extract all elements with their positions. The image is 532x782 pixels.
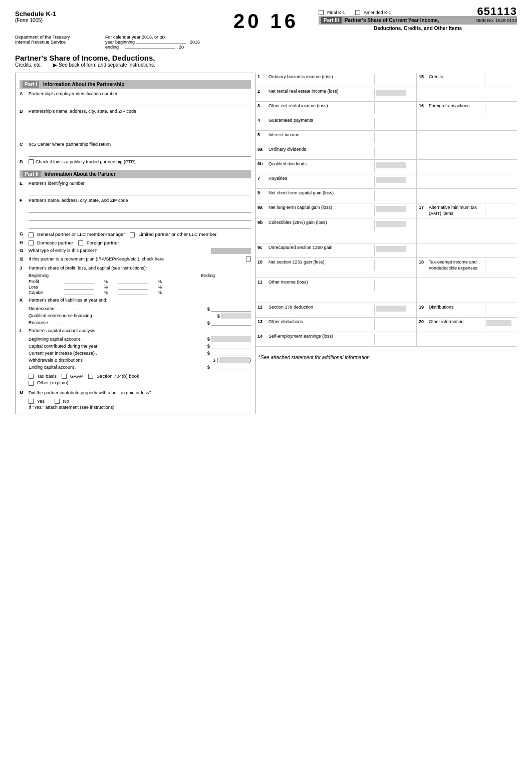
recourse-input[interactable] xyxy=(211,320,251,326)
recourse-text: Recourse xyxy=(29,320,48,325)
loss-begin-pct: % xyxy=(104,285,108,290)
ending-capital-input[interactable] xyxy=(211,364,251,370)
rhs-col3-val-9a[interactable] xyxy=(485,205,515,216)
ending-input[interactable] xyxy=(125,48,175,49)
row-h-domestic-label: Domestic partner xyxy=(37,240,73,245)
rhs-row-val-11[interactable] xyxy=(374,280,414,291)
profit-begin-input[interactable] xyxy=(64,279,94,284)
amended-k1-checkbox[interactable] xyxy=(355,10,360,15)
year-display: 20 16 xyxy=(233,10,299,33)
rhs-row-val-14[interactable] xyxy=(374,334,414,345)
current-year-input[interactable] xyxy=(211,350,251,356)
rhs-row-val-9b[interactable] xyxy=(374,220,414,231)
beginning-capital-input[interactable] xyxy=(211,336,251,342)
row-b-label: Partnership's name, address, city, state… xyxy=(29,109,251,115)
row-a-input[interactable] xyxy=(29,99,251,106)
profit-row: Profit % % xyxy=(29,279,251,284)
row-b-input2[interactable] xyxy=(29,124,251,131)
no-item: No xyxy=(55,398,69,404)
rhs-row-11: 11Other income (loss) xyxy=(255,278,517,303)
rhs-row-desc-9c: Unrecaptured section 1250 gain xyxy=(269,245,374,251)
gaap-checkbox[interactable] xyxy=(62,374,67,379)
rhs-row-val-3[interactable] xyxy=(374,103,414,114)
rhs-row-2: 2Net rental real estate income (loss) xyxy=(255,87,517,102)
rhs-col3-val-12[interactable] xyxy=(485,305,515,316)
yes-checkbox[interactable] xyxy=(29,399,34,404)
loss-begin-input[interactable] xyxy=(64,285,94,290)
row-g-right-checkbox[interactable] xyxy=(130,232,135,237)
other-explain-checkbox[interactable] xyxy=(29,381,34,386)
row-j-letter: J xyxy=(20,266,29,271)
rhs-row-val-13[interactable] xyxy=(374,319,414,330)
tax-basis-checkbox[interactable] xyxy=(29,374,34,379)
rhs-row-val-6b[interactable] xyxy=(374,161,414,172)
row-e-input[interactable] xyxy=(29,188,251,195)
row-f-input3[interactable] xyxy=(29,222,251,229)
left-col: Part I Information About the Partnership… xyxy=(15,73,255,414)
rhs-col3-val-13[interactable] xyxy=(485,319,515,330)
see-attached: *See attached statement for additional i… xyxy=(255,352,517,363)
rhs-col3-val-10[interactable] xyxy=(485,259,515,271)
row-d-letter: D xyxy=(20,159,29,164)
row-b-input3[interactable] xyxy=(29,132,251,139)
row-d-checkbox[interactable] xyxy=(29,159,34,164)
nonrecourse-input[interactable] xyxy=(211,306,251,312)
row-c-input[interactable] xyxy=(29,150,251,157)
rhs-row-val-1[interactable] xyxy=(374,74,414,85)
rhs-row-val-6a[interactable] xyxy=(374,147,414,158)
year-beginning-input[interactable] xyxy=(136,43,186,44)
part-iii-label: Part III xyxy=(321,17,342,24)
row-m-label: Did the partner contribute property with… xyxy=(29,390,251,396)
rhs-row-gray-val-9c xyxy=(376,246,406,252)
row-h-left-checkbox[interactable] xyxy=(29,240,34,245)
loss-label: Loss xyxy=(29,285,54,290)
capital-contributed-input[interactable] xyxy=(211,343,251,349)
profit-label: Profit xyxy=(29,279,54,284)
rhs-row-val-10[interactable] xyxy=(374,259,414,271)
rhs-row-val-9a[interactable] xyxy=(374,205,414,216)
row-i2-checkbox[interactable] xyxy=(246,256,251,262)
row-k-header: K Partner's share of liabilities at year… xyxy=(20,297,251,304)
header-left: Schedule K-1 (Form 1065) xyxy=(15,10,213,23)
rhs-row-val-7[interactable] xyxy=(374,176,414,187)
section-704b-checkbox[interactable] xyxy=(88,374,93,379)
schedule-k1-label: Schedule K-1 xyxy=(15,10,56,18)
rhs-row-val-4[interactable] xyxy=(374,118,414,129)
row-f-input2[interactable] xyxy=(29,214,251,221)
final-k1-checkbox[interactable] xyxy=(319,10,324,15)
row-h-right-checkbox[interactable] xyxy=(78,240,83,245)
rhs-col3-val-1[interactable] xyxy=(485,74,515,85)
row-j-label: Partner's share of profit, loss, and cap… xyxy=(29,266,251,272)
rhs-row-desc-5: Interest income xyxy=(269,132,374,138)
no-checkbox[interactable] xyxy=(55,399,60,404)
withdrawals-row: Withdrawals & distributions $ ( ) xyxy=(29,357,251,363)
recourse-dots: . . . . . . xyxy=(49,321,72,325)
capital-begin-input[interactable] xyxy=(64,290,94,295)
rhs-row-val-12[interactable] xyxy=(374,305,414,316)
qualified-nonrecourse-input[interactable] xyxy=(221,313,251,319)
profit-end-input[interactable] xyxy=(118,279,148,284)
row-b: B Partnership's name, address, city, sta… xyxy=(20,108,251,115)
capital-end-input[interactable] xyxy=(118,290,148,295)
rhs-row-val-5[interactable] xyxy=(374,132,414,143)
withdrawals-input[interactable] xyxy=(219,357,249,363)
yes-label: Yes xyxy=(37,398,45,404)
row-g-left-checkbox[interactable] xyxy=(29,232,34,237)
row-b-input1[interactable] xyxy=(29,116,251,123)
qnr-dollar: $ xyxy=(217,313,220,319)
rhs-row-val-2[interactable] xyxy=(374,89,414,100)
rhs-row-desc-3: Other net rental income (loss) xyxy=(269,103,374,109)
ending-label: ending xyxy=(105,45,119,50)
capital-contributed-label: Capital contributed during the year xyxy=(29,344,207,349)
row-f-input1[interactable] xyxy=(29,206,251,213)
rhs-row-5: 5Interest income xyxy=(255,131,517,145)
rhs-row-val-8[interactable] xyxy=(374,190,414,201)
rhs-row-num-9c: 9c xyxy=(257,245,269,250)
rhs-row-val-9c[interactable] xyxy=(374,245,414,256)
loss-end-input[interactable] xyxy=(118,285,148,290)
recourse-dollar: $ xyxy=(207,320,210,326)
rhs-row-9b: 9bCollectibles (28%) gain (loss) xyxy=(255,218,517,243)
rhs-row-desc-6b: Qualified dividends xyxy=(269,161,374,167)
nonrecourse-label: Nonrecourse . . . . . . xyxy=(29,306,207,311)
rhs-col3-val-3[interactable] xyxy=(485,103,515,114)
